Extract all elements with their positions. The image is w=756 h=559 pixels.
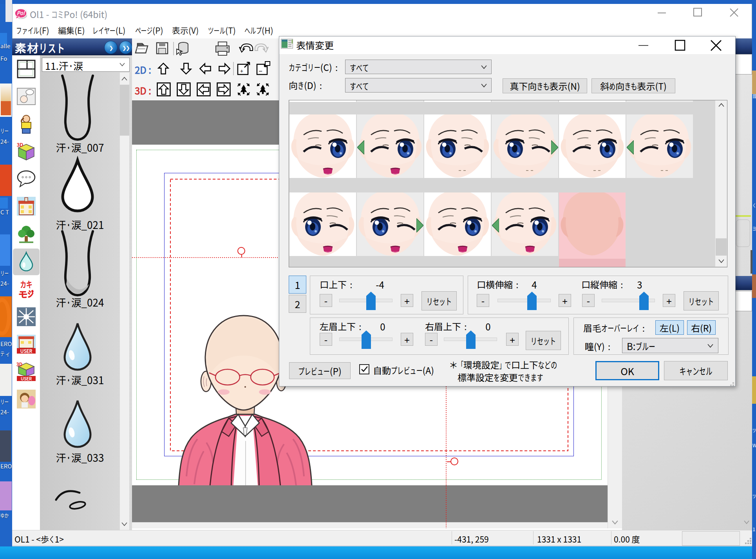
svg-text:3D: 3D <box>16 361 22 367</box>
svg-text:Po!: Po! <box>17 9 25 16</box>
svg-text:+: + <box>240 67 243 74</box>
svg-text:USER: USER <box>21 375 32 381</box>
svg-text:USER: USER <box>20 347 33 354</box>
svg-text:3D: 3D <box>17 141 23 148</box>
svg-text:モジ: モジ <box>19 287 34 299</box>
svg-text:–: – <box>259 65 262 75</box>
